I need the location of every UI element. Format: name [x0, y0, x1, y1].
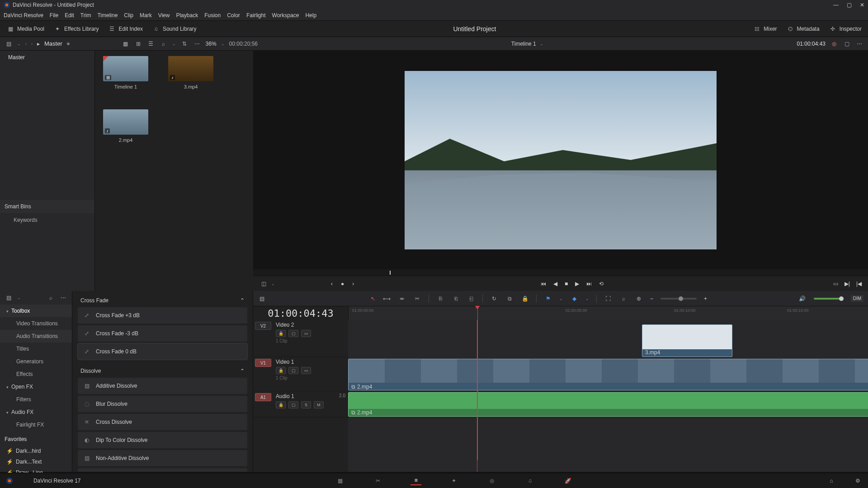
clip-a1[interactable]: ⧉2.mp4: [348, 392, 868, 417]
fx-item[interactable]: ◌Blur Dissolve: [78, 396, 247, 412]
page-edit-icon[interactable]: ≡: [410, 476, 421, 485]
page-color-icon[interactable]: ◎: [486, 476, 497, 485]
track-tag-v2[interactable]: V2: [255, 322, 271, 330]
close-icon[interactable]: ✕: [860, 2, 864, 8]
zoom-out-icon[interactable]: −: [650, 296, 653, 302]
fx-item[interactable]: ⤢Cross Fade +3 dB: [78, 307, 247, 324]
fx-item[interactable]: ⤧Cross Dissolve: [78, 414, 247, 430]
chevron-down-icon[interactable]: ⌄: [221, 42, 225, 46]
fx-item[interactable]: ⤢Cross Fade 0 dB: [78, 343, 247, 360]
solo-button[interactable]: S: [301, 401, 311, 408]
single-viewer-icon[interactable]: ▢: [843, 41, 851, 47]
auto-select-icon[interactable]: ▢: [288, 330, 298, 337]
fx-cat-toolbox[interactable]: Toolbox: [0, 305, 72, 317]
chevron-down-icon[interactable]: ⌄: [17, 42, 21, 46]
pool-item-timeline[interactable]: ⊞ Timeline 1: [103, 56, 148, 89]
prev-clip-icon[interactable]: |◀: [856, 281, 862, 287]
menu-item[interactable]: View: [158, 12, 170, 19]
fx-cat-audio-trans[interactable]: Audio Transitions: [0, 330, 72, 343]
minimize-icon[interactable]: —: [833, 2, 839, 8]
search-icon[interactable]: ⌕: [160, 41, 168, 47]
marker-blue-icon[interactable]: ◆: [570, 296, 578, 302]
match-frame-icon[interactable]: ●: [341, 281, 344, 287]
volume-slider[interactable]: [814, 298, 844, 300]
zoom-to-fit-icon[interactable]: ⛶: [604, 296, 612, 302]
fx-cat-openfx[interactable]: Open FX: [0, 380, 72, 393]
playhead-handle[interactable]: [475, 306, 480, 310]
timeline-ruler[interactable]: 01:00:00:00 01:00:05:00 01:00:10:00 01:0…: [348, 306, 868, 320]
inspector-toggle[interactable]: ✣Inspector: [829, 26, 862, 32]
custom-zoom-icon[interactable]: ⊕: [635, 296, 643, 302]
effects-library-toggle[interactable]: ✦Effects Library: [53, 26, 99, 32]
favorite-item[interactable]: ⚡Dark...hird: [0, 446, 72, 456]
volume-knob[interactable]: [839, 296, 844, 301]
chevron-down-icon[interactable]: ⌄: [17, 296, 21, 300]
page-media-icon[interactable]: ▦: [335, 476, 345, 485]
volume-icon[interactable]: 🔊: [798, 296, 807, 302]
more-icon[interactable]: ⋯: [59, 295, 67, 301]
fx-group-header[interactable]: Cross Fade⌃: [78, 296, 247, 307]
menu-item[interactable]: Mark: [140, 12, 152, 19]
fx-cat-audiofx[interactable]: Audio FX: [0, 406, 72, 418]
bin-list-icon[interactable]: ▤: [5, 41, 13, 47]
go-last-icon[interactable]: ⏭: [586, 281, 592, 287]
sort-icon[interactable]: ⇅: [180, 41, 189, 47]
breadcrumb-master[interactable]: Master: [44, 40, 62, 47]
scrub-handle[interactable]: [390, 271, 391, 275]
thumb-view-icon[interactable]: ▦: [122, 41, 130, 47]
stop-icon[interactable]: ■: [565, 281, 568, 287]
pool-item-clip[interactable]: ♪ 3.mp4: [168, 56, 213, 89]
page-cut-icon[interactable]: ✂: [373, 476, 383, 485]
search-icon[interactable]: ⌕: [47, 295, 55, 301]
go-first-icon[interactable]: ⏮: [541, 281, 546, 287]
fx-item[interactable]: ⤢Cross Fade -3 dB: [78, 325, 247, 342]
more-icon[interactable]: ⋯: [193, 41, 201, 47]
sound-library-toggle[interactable]: ♫Sound Library: [152, 26, 197, 32]
prev-edit-icon[interactable]: ‹: [331, 281, 333, 287]
playhead-line[interactable]: [477, 320, 477, 472]
menu-item[interactable]: Color: [227, 12, 240, 19]
zoom-in-icon[interactable]: +: [704, 296, 707, 302]
detail-zoom-icon[interactable]: ⌕: [619, 296, 627, 302]
chevron-down-icon[interactable]: ⌄: [540, 42, 543, 46]
maximize-icon[interactable]: ▢: [847, 2, 852, 8]
track-tag-a1[interactable]: A1: [255, 393, 271, 401]
loop-icon[interactable]: ⟲: [599, 281, 604, 287]
zoom-knob[interactable]: [679, 296, 683, 301]
fx-cat-titles[interactable]: Titles: [0, 343, 72, 355]
page-deliver-icon[interactable]: 🚀: [562, 476, 573, 485]
dim-button[interactable]: DIM: [851, 295, 863, 302]
fx-item[interactable]: ◐Dip To Color Dissolve: [78, 432, 247, 448]
chevron-down-icon[interactable]: ⌄: [559, 296, 563, 301]
fx-cat-effects[interactable]: Effects: [0, 368, 72, 380]
menu-item[interactable]: Fairlight: [246, 12, 266, 19]
trim-tool-icon[interactable]: ⟷: [382, 296, 391, 302]
media-pool-toggle[interactable]: ▦Media Pool: [6, 26, 44, 32]
more-icon[interactable]: ⋯: [855, 41, 863, 47]
smart-bins-header[interactable]: Smart Bins: [0, 200, 94, 213]
mute-button[interactable]: M: [314, 401, 324, 408]
menu-item[interactable]: File: [50, 12, 58, 19]
metadata-toggle[interactable]: ⌬Metadata: [786, 26, 820, 32]
flag-blue-icon[interactable]: ⚑: [544, 296, 552, 302]
menu-item[interactable]: Trim: [80, 12, 91, 19]
menu-item[interactable]: Timeline: [97, 12, 118, 19]
menu-item[interactable]: Help: [305, 12, 316, 19]
menu-item[interactable]: Workspace: [272, 12, 299, 19]
fx-item[interactable]: ▨Non-Additive Dissolve: [78, 450, 247, 466]
replace-clip-icon[interactable]: ⍇: [467, 296, 475, 302]
fx-item[interactable]: ▧Additive Dissolve: [78, 378, 247, 394]
in-out-icon[interactable]: ▭: [833, 281, 838, 287]
lock-icon[interactable]: 🔒: [521, 296, 529, 302]
edit-index-toggle[interactable]: ☰Edit Index: [108, 26, 143, 32]
prev-icon[interactable]: ‹: [25, 42, 27, 46]
fx-cat-video-trans[interactable]: Video Transitions: [0, 317, 72, 330]
grid-view-icon[interactable]: ⊞: [134, 41, 142, 47]
insert-icon[interactable]: ◫: [259, 281, 268, 287]
collapse-icon[interactable]: ⌃: [240, 297, 245, 304]
viewer-scrub-bar[interactable]: [253, 269, 868, 276]
smart-bin-keywords[interactable]: Keywords: [0, 213, 94, 227]
lock-icon[interactable]: 🔒: [276, 330, 286, 337]
pool-item-clip[interactable]: ♪ 2.mp4: [103, 109, 148, 143]
menu-item[interactable]: Fusion: [204, 12, 221, 19]
